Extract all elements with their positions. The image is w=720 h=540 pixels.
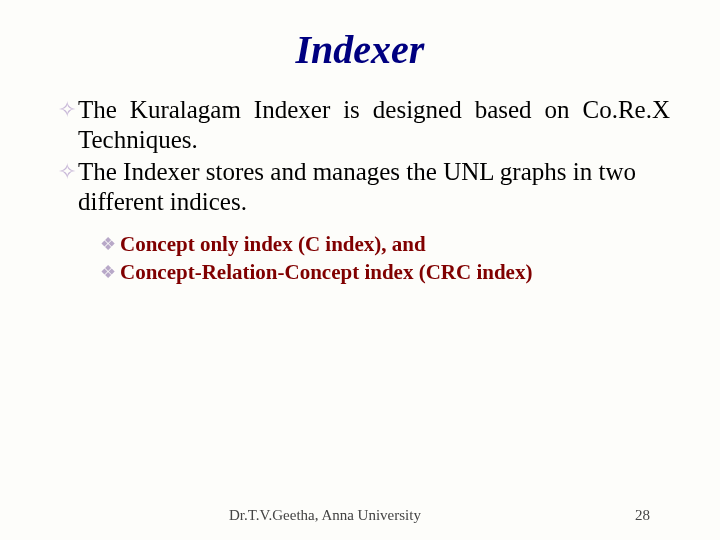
diamond-icon: ✧: [58, 95, 76, 125]
diamond-icon: ❖: [100, 231, 116, 257]
diamond-icon: ✧: [58, 157, 76, 187]
sub-bullet-text: Concept-Relation-Concept index (CRC inde…: [120, 259, 532, 285]
footer: Dr.T.V.Geetha, Anna University 28: [0, 507, 720, 524]
bullet-item: ✧ The Indexer stores and manages the UNL…: [58, 157, 670, 217]
sub-bullet-item: ❖ Concept only index (C index), and: [100, 231, 670, 257]
bullet-item: ✧ The Kuralagam Indexer is designed base…: [58, 95, 670, 155]
slide: Indexer ✧ The Kuralagam Indexer is desig…: [0, 0, 720, 540]
footer-author: Dr.T.V.Geetha, Anna University: [0, 507, 650, 524]
page-number: 28: [635, 507, 650, 524]
sub-bullet-item: ❖ Concept-Relation-Concept index (CRC in…: [100, 259, 670, 285]
bullet-text: The Kuralagam Indexer is designed based …: [78, 95, 670, 155]
bullet-text: The Indexer stores and manages the UNL g…: [78, 157, 670, 217]
sub-bullet-group: ❖ Concept only index (C index), and ❖ Co…: [100, 231, 670, 285]
slide-title: Indexer: [50, 26, 670, 73]
diamond-icon: ❖: [100, 259, 116, 285]
sub-bullet-text: Concept only index (C index), and: [120, 231, 426, 257]
